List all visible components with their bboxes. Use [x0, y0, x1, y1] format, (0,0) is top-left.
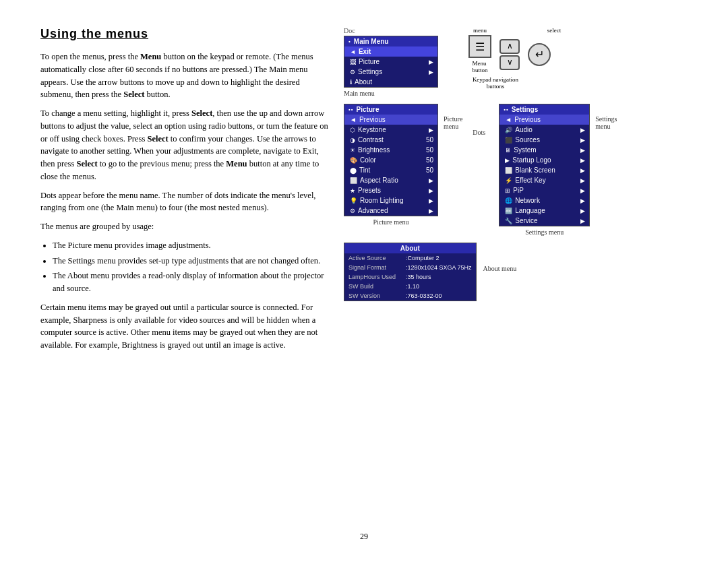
settings-menu-dots: ••	[504, 106, 509, 113]
menu-button-col: ☰ Menubutton	[468, 35, 491, 73]
bullet-2: The Settings menu provides set-up type a…	[53, 255, 330, 268]
left-column: Using the menus To open the menus, press…	[40, 27, 330, 525]
main-menu-caption: Main menu	[344, 90, 375, 97]
middle-row: •• Picture ◄ Previous ⬡ Keystone ▶	[344, 104, 688, 236]
spacer-label	[497, 27, 537, 34]
picture-advanced: ⚙ Advanced ▶	[344, 206, 437, 216]
settings-sources: ⬛ Sources ▶	[499, 135, 589, 145]
top-row: Doc • Main Menu ◄ Exit 🖼 Picture	[344, 27, 688, 97]
picture-menu-dots: ••	[348, 106, 354, 113]
about-sw-build: SW Build :1.10	[344, 282, 476, 291]
page: Using the menus To open the menus, press…	[0, 0, 728, 562]
up-arrow-button[interactable]: ∧	[499, 39, 520, 54]
settings-icon: ⚙	[350, 69, 355, 75]
picture-side-labels: Picturemenu	[444, 114, 462, 130]
service-arrow: ▶	[580, 218, 585, 224]
right-column: Doc • Main Menu ◄ Exit 🖼 Picture	[344, 27, 688, 525]
picture-prev: ◄ Previous	[344, 115, 437, 125]
about-menu-title: About	[344, 243, 476, 253]
settings-startup: ▶ Startup Logo ▶	[499, 155, 589, 165]
room-icon: 💡	[350, 197, 357, 204]
main-menu-box: • Main Menu ◄ Exit 🖼 Picture ▶	[344, 36, 438, 88]
main-menu-about: ℹ About	[344, 77, 437, 87]
arrow-button-col: ∧ ∨	[499, 39, 520, 70]
bullet-list: The Picture menu provides image adjustme…	[53, 239, 330, 295]
paragraph-1: To open the menus, press the Menu button…	[40, 51, 330, 101]
about-sw-version: SW Version :763-0332-00	[344, 291, 476, 301]
advanced-arrow: ▶	[429, 208, 433, 214]
paragraph-4: The menus are grouped by usage:	[40, 220, 330, 233]
picture-icon: 🖼	[350, 59, 356, 65]
tint-value: 50	[426, 166, 433, 174]
color-icon: 🎨	[350, 157, 357, 164]
network-arrow: ▶	[580, 197, 585, 204]
settings-menu-wrapper: •• Settings ◄ Previous 🔊 Audio ▶	[499, 104, 617, 236]
picture-arrow: ▶	[429, 59, 433, 65]
picture-menu-wrapper: •• Picture ◄ Previous ⬡ Keystone ▶	[344, 104, 462, 226]
main-menu-dot: •	[348, 38, 351, 44]
settings-effect: ⚡ Effect Key ▶	[499, 175, 589, 185]
page-title: Using the menus	[40, 27, 330, 41]
contrast-icon: ◑	[350, 137, 355, 144]
aspect-icon: ⬜	[350, 177, 357, 184]
down-arrow-button[interactable]: ∨	[499, 55, 520, 70]
keypad-label: Keypad navigationbuttons	[468, 76, 522, 90]
keystone-icon: ⬡	[350, 127, 355, 133]
audio-arrow: ▶	[580, 127, 585, 133]
picture-menu-caption: Picture menu	[344, 218, 438, 226]
settings-system: 🖥 System ▶	[499, 145, 589, 155]
about-signal-format: Signal Format :1280x1024 SXGA 75Hz	[344, 263, 476, 272]
menu-button-label: Menubutton	[472, 60, 487, 73]
picture-menu-label: Picturemenu	[444, 115, 462, 130]
settings-network: 🌐 Network ▶	[499, 195, 589, 206]
dots-label: Dots	[473, 129, 485, 136]
settings-menu-box: •• Settings ◄ Previous 🔊 Audio ▶	[499, 104, 590, 226]
select-button[interactable]: ↵	[528, 43, 551, 66]
advanced-icon: ⚙	[350, 208, 355, 214]
picture-menu-title: •• Picture	[344, 104, 437, 115]
about-menu-wrapper: About Active Source :Computer 2 Signal F…	[344, 243, 516, 301]
pip-icon: ⊞	[505, 187, 510, 194]
dots-wrapper: Dots	[473, 127, 485, 136]
settings-pip: ⊞ PiP ▶	[499, 185, 589, 195]
sources-arrow: ▶	[580, 137, 585, 144]
select-icon: ↵	[535, 48, 544, 61]
language-arrow: ▶	[580, 208, 585, 214]
contrast-value: 50	[426, 136, 433, 144]
presets-arrow: ▶	[429, 187, 433, 194]
doc-label: Doc	[344, 27, 355, 34]
select-button-col: ↵	[528, 43, 551, 66]
settings-language: 🔤 Language ▶	[499, 206, 589, 216]
main-menu-wrapper: Doc • Main Menu ◄ Exit 🖼 Picture	[344, 27, 438, 97]
brightness-icon: ☀	[350, 147, 355, 154]
about-menu-box: About Active Source :Computer 2 Signal F…	[344, 243, 477, 301]
startup-icon: ▶	[505, 157, 510, 164]
system-icon: 🖥	[505, 147, 511, 154]
main-menu-exit: ◄ Exit	[344, 46, 437, 57]
bottom-row: About Active Source :Computer 2 Signal F…	[344, 243, 688, 301]
bullet-3: The About menu provides a read-only disp…	[53, 270, 330, 295]
settings-menu-container: •• Settings ◄ Previous 🔊 Audio ▶	[499, 104, 590, 236]
network-icon: 🌐	[505, 197, 512, 204]
picture-room: 💡 Room Lighting ▶	[344, 195, 437, 206]
bullet-1: The Picture menu provides image adjustme…	[53, 239, 330, 252]
up-arrow-icon: ∧	[507, 41, 513, 51]
main-menu-title: • Main Menu	[344, 36, 437, 46]
room-arrow: ▶	[429, 197, 433, 204]
menu-button[interactable]: ☰	[468, 35, 491, 58]
picture-color: 🎨 Color 50	[344, 155, 437, 165]
settings-audio: 🔊 Audio ▶	[499, 125, 589, 135]
settings-blank: ⬜ Blank Screen ▶	[499, 165, 589, 175]
menu-label: menu	[468, 27, 491, 34]
paragraph-5: Certain menu items may be grayed out unt…	[40, 301, 330, 352]
about-icon: ℹ	[350, 79, 352, 86]
nav-buttons-area: menu select ☰ Menubutton	[468, 27, 566, 90]
main-menu-settings: ⚙ Settings ▶	[344, 67, 437, 77]
sources-icon: ⬛	[505, 137, 512, 144]
page-number: 29	[40, 532, 688, 542]
about-active-source: Active Source :Computer 2	[344, 253, 476, 263]
system-arrow: ▶	[580, 147, 585, 154]
about-caption-side: About menu	[483, 263, 517, 274]
settings-menu-title: •• Settings	[499, 104, 589, 115]
exit-icon: ◄	[350, 49, 356, 55]
